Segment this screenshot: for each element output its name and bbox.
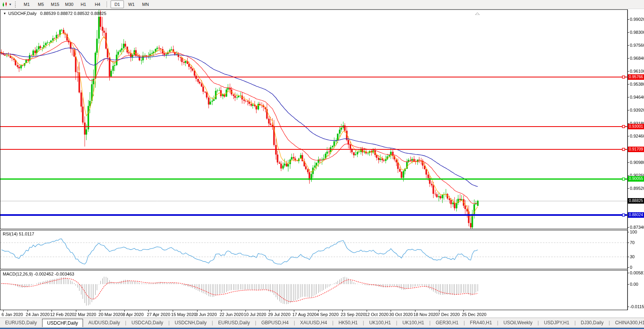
date-axis-label: 12 Feb 2020 xyxy=(50,312,74,317)
symbol-tab-bar: EURUSD,DailyUSDCHF,DailyAUDUSD,Daily|USD… xyxy=(0,318,644,327)
chart-title: ▼ USDCHF,Daily 0.88539 0.88872 0.88532 0… xyxy=(3,11,106,16)
price-axis-label: 0.89520 xyxy=(630,186,644,191)
tab-fra40-h1[interactable]: FRA40,H1 xyxy=(465,318,497,327)
date-axis-label: 6 Jan 2020 xyxy=(2,312,23,317)
date-axis-label: 15 May 2020 xyxy=(171,312,196,317)
date-axis-label: 27 Apr 2020 xyxy=(147,312,170,317)
level-price-box: 0.88024 xyxy=(628,212,644,218)
timeframe-button-h4[interactable]: H4 xyxy=(91,0,104,8)
price-axis-label: 0.98300 xyxy=(630,30,644,35)
tab-usdjpy-h1[interactable]: USDJPY,H1 xyxy=(539,318,574,327)
rsi-axis-label: 30 xyxy=(630,254,635,259)
price-axis-label: 0.92460 xyxy=(630,134,644,138)
tab-gbpusd-h4[interactable]: GBPUSD,H4 xyxy=(256,318,293,327)
tab-usdchf-daily[interactable]: USDCHF,Daily xyxy=(42,319,83,328)
date-axis-label: 3 Jun 2020 xyxy=(196,312,217,317)
timeframe-button-m5[interactable]: M5 xyxy=(34,0,48,8)
tab-hk50-h1[interactable]: HK50,H1 xyxy=(334,318,363,327)
price-axis-label: 0.93920 xyxy=(630,108,644,112)
tab-xauusd-h4[interactable]: XAUUSD,H4 xyxy=(295,318,332,327)
rsi-axis-label: 0 xyxy=(630,265,632,270)
chart-title-caret-icon[interactable]: ▼ xyxy=(3,12,6,15)
date-axis-label: 25 Dec 2020 xyxy=(462,312,486,317)
timeframe-button-d1[interactable]: D1 xyxy=(111,0,124,8)
date-axis-label: 10 Jul 2020 xyxy=(244,312,266,317)
timeframe-button-w1[interactable]: W1 xyxy=(125,0,138,8)
level-price-box: 0.91709 xyxy=(628,147,644,152)
toolbar-dropdown-caret[interactable]: ▼ xyxy=(9,3,12,6)
price-axis-label: 0.94640 xyxy=(630,95,644,99)
tab-usoil-weekly[interactable]: USOil,Weekly xyxy=(498,318,538,327)
current-price-box: 0.88825 xyxy=(628,198,644,204)
date-axis-label: 22 Jun 2020 xyxy=(220,312,244,317)
macd-axis-label: -0.011514 xyxy=(630,304,644,309)
tab-audusd-daily[interactable]: AUDUSD,Daily xyxy=(83,318,125,327)
price-axis-label: 0.96840 xyxy=(630,56,644,61)
tab-uk100-h1[interactable]: UK100,H1 xyxy=(397,318,429,327)
chart-symbol-label: USDCHF,Daily xyxy=(8,11,37,16)
timeframe-button-mn[interactable]: MN xyxy=(139,0,152,8)
tab-china300-h1[interactable]: CHINA300,H1 xyxy=(610,318,644,327)
level-price-box: 0.93001 xyxy=(628,124,644,129)
tab-usdcnh-daily[interactable]: USDCNH,Daily xyxy=(170,318,212,327)
chart-ohlc-label: 0.88539 0.88872 0.88532 0.88825 xyxy=(40,11,106,16)
rsi-label: RSI(14) 51.0117 xyxy=(3,232,34,236)
date-axis-label: 12 Oct 2020 xyxy=(365,312,389,317)
price-axis-label: 0.95380 xyxy=(630,82,644,86)
chart-tool-icon[interactable] xyxy=(2,2,8,7)
price-axis-label: 0.90980 xyxy=(630,160,644,165)
level-price-box: 0.90055 xyxy=(628,176,644,182)
toolbar-separator xyxy=(107,1,108,7)
tab-dj30-daily[interactable]: DJ30,Daily xyxy=(576,318,609,327)
macd-label: MACD(12,26,9) -0.002452 -0.003463 xyxy=(3,272,74,276)
toolbar-grip-handle[interactable] xyxy=(15,2,17,7)
date-axis-label: 29 Jul 2020 xyxy=(268,312,290,317)
date-axis-label: 18 Nov 2020 xyxy=(413,312,438,317)
date-axis-label: 20 Mar 2020 xyxy=(98,312,123,317)
chart-canvas[interactable] xyxy=(0,0,644,318)
timeframe-button-m30[interactable]: M30 xyxy=(63,0,76,8)
date-axis-label: 2 Mar 2020 xyxy=(74,312,96,317)
date-axis-label: 4 Sep 2020 xyxy=(317,312,339,317)
date-axis-label: 17 Aug 2020 xyxy=(292,312,317,317)
level-price-box: 0.95766 xyxy=(628,74,644,80)
rsi-axis-label: 100 xyxy=(630,230,637,234)
price-axis-label: 0.87340 xyxy=(630,225,644,230)
tab-ger30-h1[interactable]: GER30,H1 xyxy=(430,318,463,327)
chart-shift-marker[interactable] xyxy=(475,9,480,17)
macd-axis-label: 0.005818 xyxy=(630,270,644,275)
date-axis-label: 30 Oct 2020 xyxy=(389,312,413,317)
date-axis-label: 24 Jan 2020 xyxy=(26,312,50,317)
date-axis-label: 8 Apr 2020 xyxy=(123,312,144,317)
timeframe-button-m15[interactable]: M15 xyxy=(48,0,62,8)
date-axis-label: 23 Sep 2020 xyxy=(341,312,365,317)
macd-axis-label: 0.00 xyxy=(630,282,638,287)
tab-eurusd-daily[interactable]: EURUSD,Daily xyxy=(213,318,255,327)
tab-usdcad-daily[interactable]: USDCAD,Daily xyxy=(126,318,168,327)
timeframe-toolbar: ▼ M1M5M15M30H1H4D1W1MN xyxy=(0,0,644,9)
tab-uk100-h1[interactable]: UK100,H1 xyxy=(364,318,396,327)
rsi-axis-label: 70 xyxy=(630,240,635,245)
price-axis-label: 0.99020 xyxy=(630,17,644,22)
price-axis-label: 0.97560 xyxy=(630,43,644,48)
tab-eurusd-daily[interactable]: EURUSD,Daily xyxy=(0,318,42,327)
date-axis-label: 7 Dec 2020 xyxy=(437,312,459,317)
timeframe-button-m1[interactable]: M1 xyxy=(20,0,33,8)
timeframe-button-h1[interactable]: H1 xyxy=(77,0,90,8)
price-axis-label: 0.96100 xyxy=(630,69,644,74)
